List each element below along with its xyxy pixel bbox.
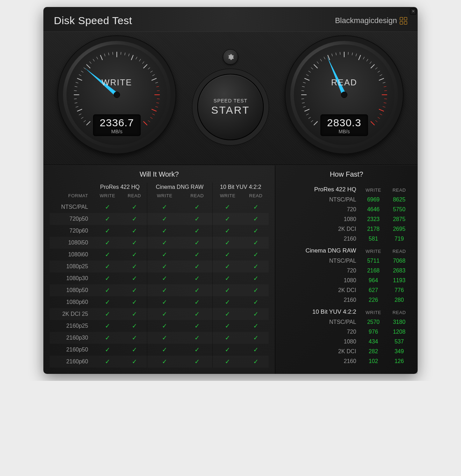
col-read: READ <box>182 192 212 201</box>
will-it-work-panel: Will It Work? ProRes 422 HQ Cinema DNG R… <box>43 165 275 374</box>
format-label: 1080i60 <box>50 249 93 261</box>
check-icon: ✓ <box>212 356 243 368</box>
write-unit: MB/s <box>100 129 134 134</box>
table-row: 1080p50✓✓✓✓✓✓ <box>50 284 269 296</box>
table-row: 1080 434 537 <box>282 337 411 347</box>
read-unit: MB/s <box>327 129 361 134</box>
format-label: 2160 <box>282 234 360 244</box>
svg-line-42 <box>156 102 159 103</box>
table-row: NTSC/PAL✓✓✓✓✓✓ <box>50 201 269 213</box>
check-icon: ✓ <box>122 237 147 249</box>
check-icon: ✓ <box>93 201 122 213</box>
check-icon: ✓ <box>147 249 182 261</box>
format-label: 1080 <box>282 214 360 224</box>
check-icon: ✓ <box>243 320 269 332</box>
svg-line-89 <box>384 86 386 87</box>
check-icon: ✓ <box>243 356 269 368</box>
check-icon: ✓ <box>243 213 269 225</box>
check-icon: ✓ <box>93 213 122 225</box>
svg-line-65 <box>308 71 311 72</box>
close-button[interactable]: ✕ <box>410 8 416 15</box>
check-icon: ✓ <box>122 213 147 225</box>
table-row: 2160p25✓✓✓✓✓✓ <box>50 320 269 332</box>
svg-point-101 <box>341 92 347 98</box>
table-row: 1080p30✓✓✓✓✓✓ <box>50 272 269 284</box>
col-read: READ <box>122 192 147 201</box>
col-write: WRITE <box>360 305 387 317</box>
svg-line-36 <box>151 78 156 80</box>
check-icon: ✓ <box>122 296 147 308</box>
format-label: NTSC/PAL <box>50 201 93 213</box>
check-icon: ✓ <box>212 332 243 344</box>
svg-line-20 <box>100 55 102 60</box>
svg-line-81 <box>367 59 368 61</box>
svg-line-29 <box>136 57 137 59</box>
check-icon: ✓ <box>243 308 269 320</box>
check-icon: ✓ <box>243 201 269 213</box>
will-it-work-title: Will It Work? <box>50 170 269 178</box>
check-icon: ✓ <box>147 356 182 368</box>
check-icon: ✓ <box>212 296 243 308</box>
check-icon: ✓ <box>212 201 243 213</box>
check-icon: ✓ <box>212 213 243 225</box>
svg-line-62 <box>303 82 305 83</box>
format-label: 1080p30 <box>50 272 93 284</box>
table-row: 2160p60✓✓✓✓✓✓ <box>50 356 269 368</box>
svg-line-77 <box>352 52 352 55</box>
svg-line-1 <box>84 120 86 122</box>
check-icon: ✓ <box>182 332 212 344</box>
check-icon: ✓ <box>93 249 122 261</box>
fps-read-value: 8625 <box>387 195 412 205</box>
svg-line-47 <box>148 120 150 122</box>
fps-read-value: 7068 <box>387 256 412 266</box>
settings-button[interactable] <box>223 49 238 65</box>
svg-line-48 <box>143 121 147 125</box>
svg-line-2 <box>81 117 83 119</box>
fps-write-value: 4646 <box>360 205 387 214</box>
svg-line-19 <box>97 57 98 59</box>
svg-line-34 <box>150 71 153 72</box>
format-label: NTSC/PAL <box>282 317 360 327</box>
check-icon: ✓ <box>122 272 147 284</box>
col-write: WRITE <box>93 192 122 201</box>
table-row: 720 976 1208 <box>282 327 411 337</box>
brand-dots-icon <box>400 17 407 24</box>
check-icon: ✓ <box>212 237 243 249</box>
will-it-work-table: ProRes 422 HQ Cinema DNG RAW 10 Bit YUV … <box>50 183 269 368</box>
col-read: READ <box>387 305 412 317</box>
format-label: 2160p60 <box>50 356 93 368</box>
svg-line-73 <box>336 52 336 55</box>
svg-marker-100 <box>325 55 346 95</box>
svg-point-50 <box>114 92 120 98</box>
how-fast-title: How Fast? <box>282 170 411 178</box>
table-row: NTSC/PAL 6969 8625 <box>282 195 411 205</box>
format-label: 2K DCI <box>282 224 360 234</box>
start-button[interactable]: SPEED TEST START <box>197 74 264 140</box>
svg-line-37 <box>155 82 158 83</box>
check-icon: ✓ <box>122 201 147 213</box>
write-readout: 2336.7 MB/s <box>93 114 141 136</box>
check-icon: ✓ <box>243 344 269 356</box>
gauge-panel: WRITE 2336.7 MB/s SPEED TEST START <box>43 31 418 165</box>
write-value: 2336.7 <box>100 117 134 129</box>
check-icon: ✓ <box>182 320 212 332</box>
check-icon: ✓ <box>147 213 182 225</box>
col-write: WRITE <box>212 192 243 201</box>
col-write: WRITE <box>360 244 387 256</box>
how-fast-table: ProRes 422 HQ WRITE READNTSC/PAL 6969 86… <box>282 183 411 366</box>
read-value: 2830.3 <box>327 117 361 129</box>
svg-line-88 <box>383 82 385 83</box>
svg-line-92 <box>384 99 387 99</box>
svg-line-26 <box>125 52 125 55</box>
svg-line-3 <box>79 114 81 115</box>
svg-line-64 <box>306 74 309 76</box>
fps-write-value: 976 <box>360 327 387 337</box>
svg-line-55 <box>304 109 309 111</box>
check-icon: ✓ <box>212 320 243 332</box>
svg-line-5 <box>76 106 78 107</box>
svg-line-83 <box>371 64 375 68</box>
fps-write-value: 964 <box>360 276 387 285</box>
titlebar: Disk Speed Test Blackmagicdesign <box>43 7 418 31</box>
svg-line-97 <box>378 117 380 119</box>
codec-header: ProRes 422 HQ <box>93 183 147 192</box>
